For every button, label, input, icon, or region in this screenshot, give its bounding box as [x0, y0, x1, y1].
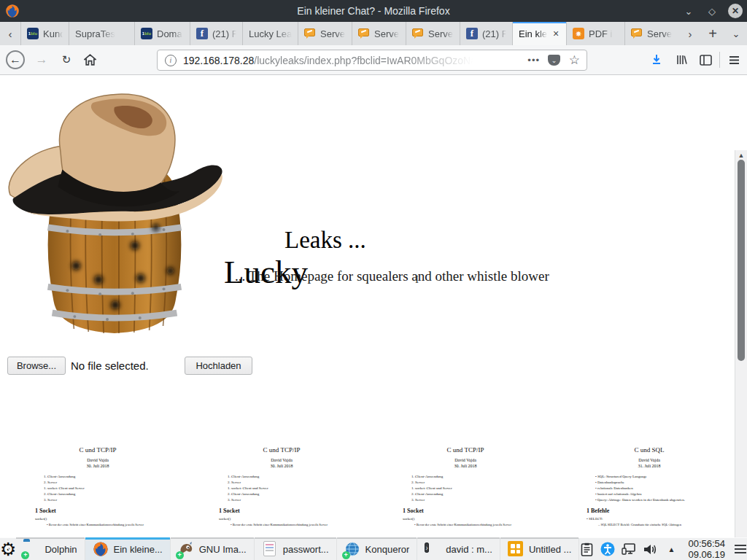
new-tab-button[interactable]: + [700, 22, 725, 45]
doc-title: C und TCP/IP [6, 446, 190, 454]
task-dolphin[interactable]: + Dolphin [16, 538, 85, 560]
plus-badge-icon: + [21, 551, 29, 559]
sidebar-toggle-icon[interactable] [696, 50, 715, 69]
tab-scroll-left-icon[interactable]: ‹ [0, 22, 20, 45]
pocket-icon[interactable]: ⌄ [548, 55, 560, 66]
doc-list-item: 1. socket: Client und Server [228, 486, 374, 491]
hamburger-menu-icon[interactable] [724, 50, 743, 69]
minimize-button[interactable]: ⌄ [681, 4, 696, 18]
1blu-icon: 1blu [27, 28, 39, 39]
doc-title: C und TCP/IP [374, 446, 557, 454]
tab-pdf[interactable]: ⎈ PDF i [566, 22, 624, 45]
document-thumbnail[interactable]: C und TCP/IP David Vajda 30. Juli 2018 1… [190, 443, 374, 537]
kde-application-launcher[interactable]: ⚙ K [0, 538, 16, 560]
browse-button[interactable]: Browse... [7, 357, 66, 375]
page-actions-icon[interactable]: ••• [527, 55, 540, 66]
taskbar: ⚙ K + Dolphin Ein kleine... + GNU Ima...… [0, 537, 747, 560]
doc-list-item: 2. Client-Anwendung [411, 491, 557, 497]
task-passwort-file[interactable]: passwort... [255, 538, 337, 560]
tab-facebook-1[interactable]: f (21) F [190, 22, 242, 45]
doc-list-item: • Query: Abfrage: Daten werden in der Da… [595, 497, 741, 503]
tab-facebook-2[interactable]: f (21) F [460, 22, 512, 45]
tab-domain[interactable]: 1blu Doma [134, 22, 190, 45]
display-network-icon[interactable] [622, 542, 636, 556]
maximize-button[interactable]: ◇ [705, 4, 719, 18]
doc-list-item: 2. Client-Anwendung [44, 491, 190, 497]
upload-button[interactable]: Hochladen [185, 357, 252, 375]
doc-list-item: 2. Server [228, 480, 374, 486]
task-firefox[interactable]: Ein kleine... [85, 538, 171, 560]
task-konsole[interactable]: › david : m... [417, 538, 500, 560]
close-button[interactable]: ✕ [728, 4, 743, 18]
doc-footer-line: • Bevor der erste Schritt einer Kommunik… [47, 523, 190, 526]
tab-ein-kleiner-chat[interactable]: Ein kle × [512, 22, 566, 45]
panel-menu-icon[interactable] [735, 545, 747, 553]
doc-footer-line: – SQL SELECT Befehl: Grundsatz für einfa… [598, 523, 741, 526]
tab-scroll-right-icon[interactable]: › [680, 22, 700, 45]
document-thumbnail[interactable]: C und TCP/IP David Vajda 30. Juli 2018 1… [374, 443, 557, 537]
doc-list-item: • relationale Datenbanken [595, 486, 741, 491]
document-thumbnail[interactable]: C und SQL David Vajda 31. Juli 2018 • SQ… [557, 443, 741, 537]
url-bar[interactable]: i 192.168.178.28 /luckyleaks/index.php?f… [157, 50, 587, 71]
library-icon[interactable] [672, 50, 691, 69]
reload-icon[interactable]: ↻ [57, 50, 76, 69]
downloads-icon[interactable] [647, 50, 666, 69]
vertical-scrollbar[interactable]: ▲ ▼ [735, 150, 747, 537]
tab-list-dropdown-icon[interactable]: ⌄ [725, 22, 747, 45]
chat-bubble-icon [631, 28, 643, 39]
site-info-icon[interactable]: i [165, 55, 177, 66]
forward-button[interactable]: → [32, 50, 51, 69]
tray-expand-icon[interactable]: ▲ [664, 542, 678, 556]
doc-list-item: 1. socket: Client und Server [411, 486, 557, 491]
doc-code-line: socket() [403, 517, 557, 521]
home-icon[interactable] [80, 50, 99, 69]
window-title: Ein kleiner Chat? - Mozilla Firefox [0, 5, 747, 17]
tab-server-1[interactable]: Serve [298, 22, 352, 45]
doc-date: 30. Juli 2018 [190, 464, 374, 468]
document-thumbnail[interactable]: C und TCP/IP David Vajda 30. Juli 2018 1… [6, 443, 190, 537]
tab-server-2[interactable]: Serve [352, 22, 406, 45]
tab-server-4[interactable]: Serve [624, 22, 680, 45]
pdf-icon: ⎈ [573, 28, 584, 39]
tab-lucky-leaks[interactable]: Lucky Lea [242, 22, 298, 45]
task-gimp[interactable]: + GNU Ima... [171, 538, 255, 560]
task-untitled-presentation[interactable]: Untitled ... [500, 538, 580, 560]
text-file-icon [262, 541, 278, 557]
accessibility-icon[interactable] [600, 542, 615, 556]
page-tagline: ... The Homepage for squealers and other… [235, 268, 549, 284]
impress-icon [508, 541, 524, 557]
window-titlebar: Ein kleiner Chat? - Mozilla Firefox ⌄ ◇ … [0, 0, 747, 22]
bookmark-star-icon[interactable]: ☆ [569, 52, 580, 68]
doc-section-heading: 1 Befehle [587, 508, 741, 514]
tab-kunde[interactable]: 1blu Kund [20, 22, 69, 45]
tab-bar: ‹ 1blu Kund SupraTes 1blu Doma f (21) F … [0, 22, 747, 45]
system-tray: ▲ 00:56:54 09.06.19 [579, 538, 747, 560]
volume-icon[interactable] [643, 542, 657, 556]
url-host: 192.168.178.28 [183, 55, 254, 66]
doc-list-item: • SQL: Structured Query Language [595, 474, 741, 480]
doc-list-item: 3. Server [44, 497, 190, 503]
navigation-toolbar: ← → ↻ i 192.168.178.28 /luckyleaks/index… [0, 45, 747, 75]
plus-badge-icon: + [342, 551, 350, 559]
doc-section-heading: 1 Socket [403, 508, 557, 514]
tab-server-3[interactable]: Serve [406, 22, 460, 45]
doc-list-item: • basiert auf relationale Algebra [595, 491, 741, 497]
digital-clock[interactable]: 00:56:54 09.06.19 [685, 538, 728, 560]
facebook-icon: f [466, 28, 478, 39]
doc-code-line: socket() [35, 517, 190, 521]
task-konqueror[interactable]: + Konqueror [337, 538, 418, 560]
clipboard-icon[interactable] [579, 542, 594, 556]
file-status-text: No file selected. [71, 359, 149, 372]
scrollbar-thumb[interactable] [738, 160, 745, 361]
doc-list-item: 1. Client-Anwendung [44, 474, 190, 480]
doc-author: David Vajda [6, 458, 190, 462]
back-button[interactable]: ← [6, 50, 25, 69]
doc-list-item: 1. Client-Anwendung [411, 474, 557, 480]
folder-icon: + [23, 541, 39, 557]
tab-close-icon[interactable]: × [553, 28, 559, 39]
doc-date: 30. Juli 2018 [6, 464, 190, 468]
clock-date: 09.06.19 [688, 549, 725, 560]
firefox-icon [93, 541, 109, 557]
scroll-up-icon[interactable]: ▲ [735, 150, 747, 160]
tab-supratest[interactable]: SupraTes [69, 22, 134, 45]
